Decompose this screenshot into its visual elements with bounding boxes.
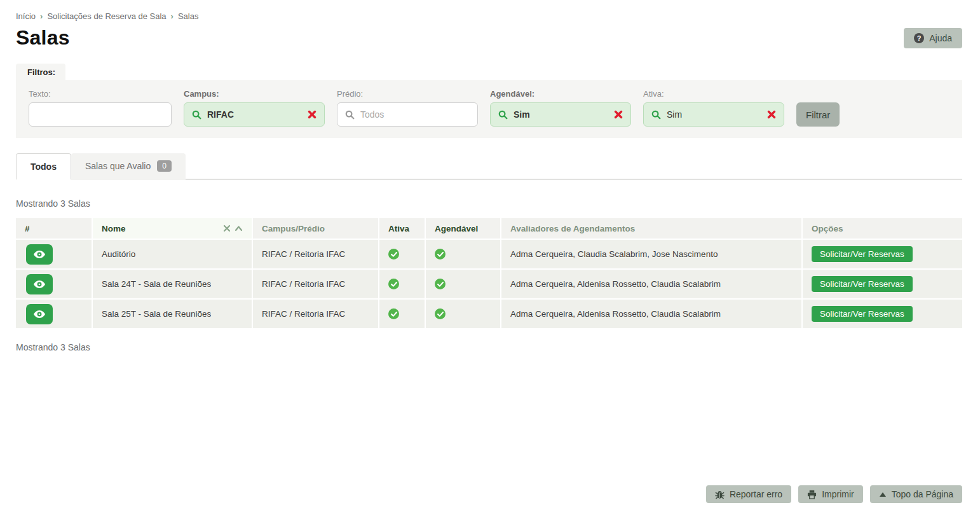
chevron-right-icon: ›	[171, 11, 174, 21]
help-button[interactable]: ? Ajuda	[904, 28, 962, 48]
breadcrumb-link-solicitacoes[interactable]: Solicitações de Reserva de Sala	[47, 11, 166, 21]
report-error-button[interactable]: Reportar erro	[706, 485, 791, 503]
filter-field-campus: Campus: RIFAC	[184, 89, 325, 127]
predio-select[interactable]: Todos	[337, 102, 478, 127]
filters-section: Filtros: Texto: Campus: RIFAC	[16, 64, 962, 138]
tab-salas-que-avalio-label: Salas que Avalio	[85, 161, 151, 171]
results-count-bottom: Mostrando 3 Salas	[16, 342, 962, 352]
print-button[interactable]: Imprimir	[798, 485, 863, 503]
eye-icon	[34, 280, 45, 288]
campus-label: Campus:	[184, 89, 325, 99]
texto-input[interactable]	[29, 102, 172, 127]
footer-actions: Reportar erro Imprimir Topo da Página	[706, 485, 962, 503]
predio-placeholder: Todos	[360, 109, 470, 120]
breadcrumb: Início › Solicitações de Reserva de Sala…	[16, 11, 962, 21]
breadcrumb-current: Salas	[178, 11, 199, 21]
clear-filter-icon[interactable]	[308, 110, 316, 119]
filtrar-button[interactable]: Filtrar	[796, 102, 840, 127]
predio-label: Prédio:	[337, 89, 478, 99]
check-circle-icon	[388, 249, 399, 260]
filters-legend: Filtros:	[16, 64, 65, 80]
tab-todos-label: Todos	[31, 162, 57, 172]
ativa-select[interactable]: Sim	[643, 102, 784, 127]
sala-campus-predio: RIFAC / Reitoria IFAC	[253, 240, 379, 270]
tab-todos[interactable]: Todos	[16, 153, 71, 180]
table-row: Auditório RIFAC / Reitoria IFAC Adma Cer…	[16, 240, 962, 270]
tab-salas-que-avalio[interactable]: Salas que Avalio 0	[71, 153, 186, 180]
solicitar-ver-reservas-button[interactable]: Solicitar/Ver Reservas	[812, 306, 913, 322]
search-icon	[498, 110, 508, 120]
agendavel-label: Agendável:	[490, 89, 631, 99]
bug-icon	[715, 490, 725, 499]
tab-bar: Todos Salas que Avalio 0	[16, 153, 962, 180]
filter-field-ativa: Ativa: Sim	[643, 89, 784, 127]
column-header-avaliadores: Avaliadores de Agendamentos	[501, 218, 803, 240]
sala-nome: Sala 24T - Sala de Reuniões	[93, 270, 253, 300]
sala-avaliadores: Adma Cerqueira, Claudia Scalabrim, Jose …	[501, 240, 803, 270]
ativa-label: Ativa:	[643, 89, 784, 99]
check-circle-icon	[435, 308, 446, 319]
sala-avaliadores: Adma Cerqueira, Aldenisa Rossetto, Claud…	[501, 300, 803, 329]
column-header-nome[interactable]: Nome	[93, 218, 253, 240]
check-circle-icon	[388, 308, 399, 319]
check-circle-icon	[435, 279, 446, 289]
clear-filter-icon[interactable]	[614, 110, 623, 119]
report-error-label: Reportar erro	[730, 489, 782, 499]
agendavel-select[interactable]: Sim	[490, 102, 631, 127]
sort-asc-icon[interactable]	[235, 225, 243, 232]
page-title: Salas	[16, 26, 70, 50]
column-header-index: #	[16, 218, 93, 240]
solicitar-ver-reservas-button[interactable]: Solicitar/Ver Reservas	[812, 276, 913, 292]
column-header-opcoes: Opções	[803, 218, 962, 240]
agendavel-value: Sim	[514, 109, 608, 120]
view-sala-button[interactable]	[26, 244, 53, 265]
texto-label: Texto:	[29, 89, 172, 99]
check-circle-icon	[388, 279, 399, 289]
filter-field-texto: Texto:	[29, 89, 172, 127]
table-row: Sala 24T - Sala de Reuniões RIFAC / Reit…	[16, 270, 962, 300]
table-header-row: # Nome	[16, 218, 962, 240]
campus-value: RIFAC	[207, 109, 302, 120]
printer-icon	[807, 490, 817, 499]
caret-up-icon	[879, 492, 887, 497]
page: Início › Solicitações de Reserva de Sala…	[0, 0, 980, 352]
eye-icon	[34, 310, 45, 318]
salas-table: # Nome	[16, 218, 962, 329]
back-to-top-label: Topo da Página	[892, 489, 953, 499]
sala-nome: Auditório	[93, 240, 253, 270]
column-header-campus-predio[interactable]: Campus/Prédio	[253, 218, 379, 240]
column-header-agendavel: Agendável	[426, 218, 501, 240]
ativa-value: Sim	[667, 109, 761, 120]
search-icon	[651, 110, 661, 120]
clear-sort-icon[interactable]	[223, 225, 231, 232]
breadcrumb-link-inicio[interactable]: Início	[16, 11, 36, 21]
back-to-top-button[interactable]: Topo da Página	[870, 485, 962, 503]
svg-text:?: ?	[917, 34, 922, 42]
view-sala-button[interactable]	[26, 304, 53, 324]
sala-nome: Sala 25T - Sala de Reuniões	[93, 300, 253, 329]
tab-count-badge: 0	[157, 160, 172, 172]
search-icon	[345, 110, 355, 120]
campus-select[interactable]: RIFAC	[184, 102, 325, 127]
question-circle-icon: ?	[914, 33, 924, 43]
filter-field-agendavel: Agendável: Sim	[490, 89, 631, 127]
solicitar-ver-reservas-button[interactable]: Solicitar/Ver Reservas	[812, 246, 913, 262]
check-circle-icon	[435, 249, 446, 260]
print-label: Imprimir	[822, 489, 854, 499]
sala-campus-predio: RIFAC / Reitoria IFAC	[253, 300, 379, 329]
sala-avaliadores: Adma Cerqueira, Aldenisa Rossetto, Claud…	[501, 270, 803, 300]
filter-field-predio: Prédio: Todos	[337, 89, 478, 127]
chevron-right-icon: ›	[40, 11, 43, 21]
sala-campus-predio: RIFAC / Reitoria IFAC	[253, 270, 379, 300]
view-sala-button[interactable]	[26, 274, 53, 294]
table-row: Sala 25T - Sala de Reuniões RIFAC / Reit…	[16, 300, 962, 329]
column-header-nome-label: Nome	[102, 224, 126, 233]
clear-filter-icon[interactable]	[767, 110, 776, 119]
filters-panel: Texto: Campus: RIFAC	[16, 80, 962, 138]
column-header-ativa: Ativa	[379, 218, 426, 240]
help-button-label: Ajuda	[929, 33, 952, 43]
search-icon	[192, 110, 201, 120]
results-count-top: Mostrando 3 Salas	[16, 198, 962, 209]
eye-icon	[34, 251, 45, 258]
